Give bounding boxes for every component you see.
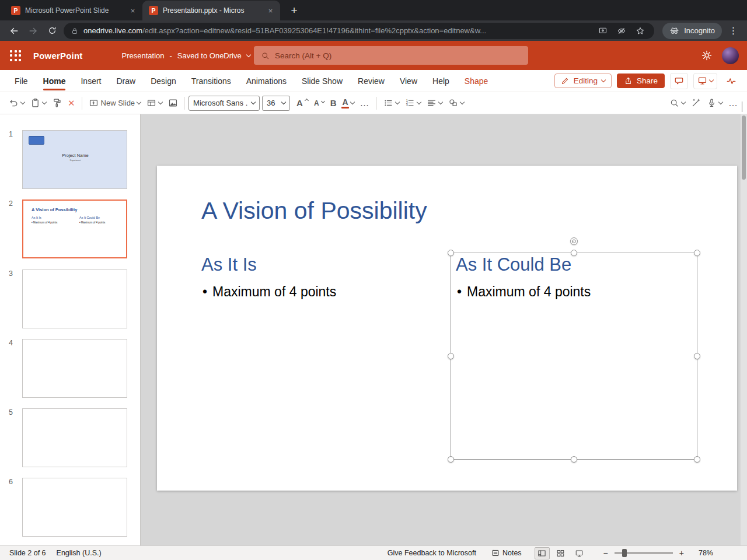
slideshow-view-button[interactable] — [572, 547, 587, 559]
eye-blocked-icon[interactable] — [615, 24, 629, 38]
numbering-button[interactable]: 123 — [402, 94, 424, 112]
font-color-button[interactable]: A — [339, 94, 357, 112]
new-slide-button[interactable]: New Slide — [86, 94, 144, 112]
search-input[interactable] — [275, 51, 521, 60]
more-commands-button[interactable]: … — [725, 94, 741, 112]
resize-handle-bottom-left[interactable] — [448, 456, 454, 463]
editing-mode-button[interactable]: Editing — [554, 74, 612, 88]
document-name[interactable]: Presentation — [122, 51, 165, 60]
document-title-group[interactable]: Presentation - Saved to OneDrive — [122, 51, 250, 60]
menu-insert[interactable]: Insert — [73, 70, 109, 92]
menu-animations[interactable]: Animations — [239, 70, 294, 92]
resize-handle-bottom-center[interactable] — [571, 456, 577, 463]
resize-handle-middle-left[interactable] — [448, 353, 454, 359]
format-painter-button[interactable] — [49, 94, 65, 112]
forward-icon[interactable] — [25, 23, 41, 38]
more-font-options-button[interactable]: … — [357, 94, 373, 112]
language-status[interactable]: English (U.S.) — [57, 549, 102, 557]
slide-thumbnail-3[interactable] — [22, 270, 127, 328]
zoom-level-value[interactable]: 78% — [699, 549, 713, 557]
collapse-ribbon-button[interactable] — [742, 102, 742, 112]
zoom-in-button[interactable]: + — [678, 548, 686, 558]
menu-draw[interactable]: Draw — [109, 70, 143, 92]
menu-home[interactable]: Home — [36, 70, 74, 92]
settings-gear-icon[interactable] — [701, 50, 713, 61]
delete-button[interactable]: ✕ — [65, 94, 78, 112]
app-name[interactable]: PowerPoint — [33, 51, 83, 61]
paste-button[interactable] — [27, 94, 49, 112]
slide-thumbnail-2-selected[interactable]: A Vision of Possibility As It Is As It C… — [22, 200, 127, 258]
header-search-box[interactable] — [254, 46, 528, 65]
resize-handle-top-center[interactable] — [571, 250, 577, 256]
layout-button[interactable] — [144, 94, 165, 112]
left-column-bullet[interactable]: •Maximum of 4 points — [203, 284, 336, 300]
canvas-vertical-scrollbar[interactable] — [741, 114, 747, 545]
slide-sorter-view-button[interactable] — [553, 547, 568, 559]
zoom-slider[interactable] — [615, 552, 673, 554]
install-app-icon[interactable] — [596, 24, 610, 38]
notes-toggle[interactable]: Notes — [491, 549, 522, 557]
save-status[interactable]: Saved to OneDrive — [177, 51, 242, 60]
reload-icon[interactable] — [44, 23, 60, 38]
address-bar[interactable]: onedrive.live.com/edit.aspx?action=editn… — [64, 23, 654, 39]
normal-view-button[interactable] — [535, 547, 550, 559]
align-button[interactable] — [424, 94, 445, 112]
menu-transitions[interactable]: Transitions — [184, 70, 239, 92]
feedback-link[interactable]: Give Feedback to Microsoft — [388, 549, 476, 557]
resize-handle-top-left[interactable] — [448, 250, 454, 256]
comments-button[interactable] — [670, 73, 688, 89]
menu-review[interactable]: Review — [350, 70, 392, 92]
shapes-button[interactable] — [445, 94, 467, 112]
dictate-button[interactable] — [704, 94, 725, 112]
workspace: 1 Project Name Department 2 A Vision of … — [0, 114, 747, 545]
tab-close-icon[interactable]: × — [128, 6, 138, 16]
resize-handle-top-right[interactable] — [694, 250, 700, 256]
menu-file[interactable]: File — [7, 70, 36, 92]
find-button[interactable] — [666, 94, 688, 112]
font-name-combobox[interactable]: Microsoft Sans ... — [189, 96, 260, 111]
zoom-out-button[interactable]: − — [602, 548, 610, 558]
browser-tab-2-active[interactable]: P Presentation.pptx - Micros × — [142, 1, 280, 20]
designer-button[interactable] — [688, 94, 704, 112]
slide-thumbnail-6[interactable] — [22, 478, 127, 537]
tab-close-icon[interactable]: × — [266, 6, 275, 16]
grow-font-button[interactable]: A — [294, 94, 311, 112]
menu-shape-contextual[interactable]: Shape — [457, 70, 495, 92]
zoom-slider-thumb[interactable] — [622, 549, 627, 557]
resize-handle-middle-right[interactable] — [694, 353, 700, 359]
undo-button[interactable] — [6, 94, 27, 112]
share-button[interactable]: Share — [617, 74, 665, 88]
right-column-bullet[interactable]: •Maximum of 4 points — [457, 284, 591, 300]
app-launcher-waffle-icon[interactable] — [8, 48, 23, 63]
back-icon[interactable] — [6, 23, 22, 38]
new-tab-button[interactable]: + — [286, 2, 302, 19]
selected-text-box[interactable]: As It Could Be •Maximum of 4 points — [451, 253, 697, 460]
menu-slide-show[interactable]: Slide Show — [294, 70, 350, 92]
menu-right-controls: Editing Share — [554, 73, 740, 89]
menu-view[interactable]: View — [392, 70, 425, 92]
left-column-heading[interactable]: As It Is — [201, 254, 257, 275]
slide-count-status[interactable]: Slide 2 of 6 — [9, 549, 46, 557]
user-avatar[interactable] — [722, 47, 739, 64]
bookmark-star-icon[interactable] — [633, 24, 647, 38]
present-button[interactable] — [693, 73, 717, 89]
slide-thumbnail-5[interactable] — [22, 408, 127, 467]
browser-menu-kebab-icon[interactable]: ⋮ — [725, 23, 741, 38]
bullets-button[interactable] — [381, 94, 402, 112]
shrink-font-button[interactable]: A — [311, 94, 327, 112]
picture-button[interactable] — [165, 94, 181, 112]
slide-title-text[interactable]: A Vision of Possibility — [201, 197, 427, 225]
slide-thumbnail-1[interactable]: Project Name Department — [22, 130, 127, 189]
font-size-combobox[interactable]: 36 — [262, 96, 290, 111]
menu-design[interactable]: Design — [143, 70, 184, 92]
activity-button[interactable] — [722, 73, 740, 89]
right-column-heading[interactable]: As It Could Be — [456, 254, 571, 275]
slide-thumbnail-4[interactable] — [22, 339, 127, 398]
rotation-handle[interactable] — [570, 237, 578, 245]
resize-handle-bottom-right[interactable] — [694, 456, 700, 463]
slide-surface[interactable]: A Vision of Possibility As It Is •Maximu… — [157, 166, 737, 491]
scrollbar-thumb[interactable] — [742, 116, 746, 180]
browser-tab-1[interactable]: P Microsoft PowerPoint Slide × — [5, 1, 142, 20]
bold-button[interactable]: B — [327, 94, 340, 112]
menu-help[interactable]: Help — [425, 70, 457, 92]
